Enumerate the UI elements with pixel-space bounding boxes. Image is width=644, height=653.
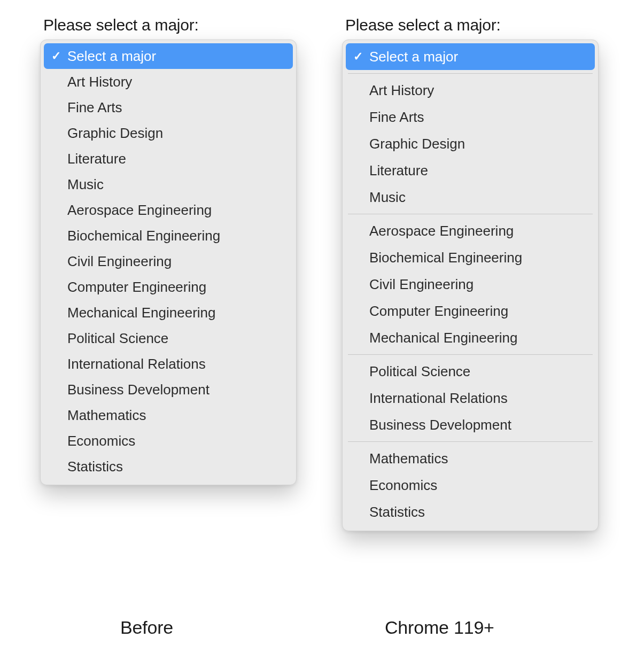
group-separator [348, 214, 593, 214]
check-icon: ✓ [353, 50, 369, 64]
menu-item-label: Fine Arts [67, 99, 122, 116]
menu-item-label: Music [67, 176, 104, 193]
menu-item[interactable]: ✓Literature [346, 157, 595, 184]
menu-item-label: Statistics [67, 458, 123, 475]
menu-item-label: Biochemical Engineering [67, 228, 220, 244]
menu-item-label: Business Development [67, 382, 210, 398]
menu-item[interactable]: ✓Aerospace Engineering [44, 197, 293, 223]
caption-before: Before [120, 617, 173, 638]
menu-item[interactable]: ✓Business Development [346, 411, 595, 438]
menu-item-label: Mathematics [67, 407, 146, 424]
menu-item-label: Literature [67, 151, 126, 167]
menu-item-label: Computer Engineering [369, 303, 508, 320]
menu-item[interactable]: ✓Mathematics [346, 445, 595, 472]
menu-item-label: Mechanical Engineering [67, 305, 216, 321]
menu-item[interactable]: ✓Art History [44, 69, 293, 95]
menu-item[interactable]: ✓Computer Engineering [44, 274, 293, 300]
menu-item[interactable]: ✓Statistics [44, 454, 293, 479]
menu-item[interactable]: ✓International Relations [44, 351, 293, 377]
group-separator [348, 354, 593, 355]
menu-item[interactable]: ✓Civil Engineering [44, 248, 293, 274]
menu-item[interactable]: ✓Civil Engineering [346, 271, 595, 298]
menu-item-selected[interactable]: ✓Select a major [44, 43, 293, 69]
menu-item-label: Music [369, 189, 406, 206]
menu-item-label: Civil Engineering [369, 276, 474, 293]
menu-item-label: International Relations [67, 356, 206, 372]
menu-item-label: Biochemical Engineering [369, 250, 522, 266]
menu-item[interactable]: ✓Biochemical Engineering [44, 223, 293, 248]
menu-item[interactable]: ✓Mathematics [44, 402, 293, 428]
caption-after: Chrome 119+ [385, 617, 494, 638]
menu-item-label: Fine Arts [369, 109, 424, 126]
menu-item-label: Computer Engineering [67, 279, 206, 296]
menu-item[interactable]: ✓Biochemical Engineering [346, 244, 595, 271]
menu-item[interactable]: ✓Political Science [44, 325, 293, 351]
menu-item[interactable]: ✓Graphic Design [346, 130, 595, 157]
menu-item[interactable]: ✓Art History [346, 77, 595, 104]
menu-item[interactable]: ✓Music [346, 184, 595, 211]
menu-item-label: Business Development [369, 417, 511, 433]
group-separator [348, 73, 593, 74]
menu-item-label: Mechanical Engineering [369, 330, 518, 346]
menu-item[interactable]: ✓Statistics [346, 499, 595, 525]
menu-item[interactable]: ✓Literature [44, 146, 293, 172]
menu-item[interactable]: ✓Graphic Design [44, 120, 293, 146]
menu-item[interactable]: ✓Economics [346, 472, 595, 499]
menu-item[interactable]: ✓Business Development [44, 377, 293, 402]
select-major-menu-after[interactable]: ✓Select a major✓Art History✓Fine Arts✓Gr… [342, 40, 599, 531]
select-major-menu-before[interactable]: ✓Select a major✓Art History✓Fine Arts✓Gr… [40, 40, 297, 485]
menu-item-label: Economics [67, 433, 135, 449]
menu-item[interactable]: ✓Fine Arts [346, 104, 595, 130]
prompt-label: Please select a major: [345, 16, 609, 34]
menu-item[interactable]: ✓Aerospace Engineering [346, 217, 595, 244]
menu-item[interactable]: ✓Economics [44, 428, 293, 454]
menu-item-label: Statistics [369, 504, 425, 520]
prompt-label: Please select a major: [43, 16, 307, 34]
menu-item[interactable]: ✓Fine Arts [44, 95, 293, 120]
menu-item-label: Political Science [369, 363, 470, 380]
after-panel: Please select a major: ✓Select a major✓A… [342, 16, 609, 531]
menu-item[interactable]: ✓Computer Engineering [346, 298, 595, 324]
menu-item-label: Civil Engineering [67, 253, 172, 270]
menu-item[interactable]: ✓International Relations [346, 385, 595, 411]
menu-item-label: Literature [369, 162, 428, 179]
menu-item-label: Aerospace Engineering [369, 223, 514, 239]
menu-item[interactable]: ✓Mechanical Engineering [44, 300, 293, 325]
menu-item[interactable]: ✓Political Science [346, 358, 595, 385]
menu-item-label: Art History [369, 82, 434, 99]
menu-item-label: Economics [369, 477, 437, 494]
menu-item-label: Graphic Design [369, 136, 465, 152]
menu-item-label: Select a major [67, 48, 156, 65]
menu-item[interactable]: ✓Music [44, 172, 293, 197]
menu-item-label: Aerospace Engineering [67, 202, 212, 219]
check-icon: ✓ [51, 49, 67, 63]
before-panel: Please select a major: ✓Select a major✓A… [40, 16, 307, 485]
menu-item-label: Art History [67, 74, 132, 90]
menu-item-label: Mathematics [369, 450, 448, 467]
menu-item-label: Graphic Design [67, 125, 163, 142]
menu-item-label: International Relations [369, 390, 508, 407]
menu-item[interactable]: ✓Mechanical Engineering [346, 324, 595, 351]
menu-item-label: Political Science [67, 330, 168, 347]
menu-item-selected[interactable]: ✓Select a major [346, 43, 595, 70]
menu-item-label: Select a major [369, 49, 458, 65]
group-separator [348, 441, 593, 442]
